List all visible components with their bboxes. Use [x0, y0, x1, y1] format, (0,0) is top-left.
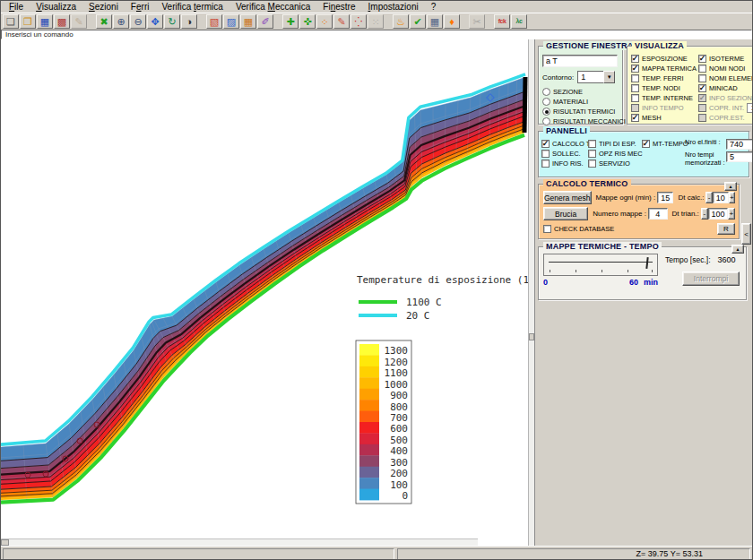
check-database-checkbox[interactable]: [543, 225, 551, 233]
burn-funnel-icon[interactable]: ♨: [393, 14, 409, 29]
section-exposure-icon[interactable]: ▧: [206, 14, 222, 29]
contorno-dropdown[interactable]: 1 ▼: [577, 71, 615, 83]
window-name-input[interactable]: [542, 55, 618, 67]
add-mesh-icon[interactable]: ✜: [299, 14, 316, 29]
checkbox-box[interactable]: [698, 84, 706, 92]
checkbox-mt-tempo[interactable]: MT-TEMPO: [642, 139, 685, 149]
checkbox-temp-ferri[interactable]: TEMP. FERRI: [631, 73, 697, 83]
draw-pen-icon[interactable]: ✐: [257, 14, 273, 29]
dt-trian-plus-icon[interactable]: +: [728, 208, 735, 220]
thermal-map[interactable]: Temperature di esposizione (120'):1100 C…: [1, 39, 528, 546]
checkbox-tipi-di-esp[interactable]: TIPI DI ESP.: [588, 139, 642, 149]
save-special-icon[interactable]: ▩: [54, 14, 70, 29]
checkbox-box[interactable]: [541, 150, 550, 158]
section-thermal-icon[interactable]: ▨: [223, 14, 239, 29]
field-copr-int[interactable]: 3: [747, 103, 753, 113]
menu-help[interactable]: ?: [425, 2, 443, 12]
checkbox-temp-interne[interactable]: TEMP. INTERNE: [631, 93, 697, 103]
collapse-icon[interactable]: ▲: [731, 245, 744, 254]
zoom-out-icon[interactable]: ⊖: [130, 14, 146, 29]
refresh-icon[interactable]: ↻: [164, 14, 180, 29]
erase-icon[interactable]: ✖: [96, 14, 112, 29]
dt-trian-value[interactable]: 100: [708, 208, 728, 220]
checkbox-mesh[interactable]: MESH: [631, 113, 697, 123]
dt-calc-value[interactable]: 10: [713, 192, 729, 203]
radio-risultati-termici[interactable]: RISULTATI TERMICI: [542, 107, 619, 116]
checkbox-box[interactable]: [698, 55, 706, 63]
checkbox-nomi-elementi[interactable]: NOMI ELEMENTI: [698, 73, 753, 83]
checkbox-box[interactable]: [541, 140, 550, 148]
menu-impostazioni[interactable]: Impostazioni: [362, 2, 425, 12]
checkbox-sollec[interactable]: SOLLEC.: [541, 149, 588, 159]
panel-slide-button[interactable]: <: [741, 223, 751, 245]
checkbox-calcolo-t[interactable]: CALCOLO T.: [541, 139, 588, 149]
dt-calc-plus-icon[interactable]: +: [729, 192, 735, 203]
delete-points-icon[interactable]: ⁛: [351, 14, 367, 29]
radio-circle[interactable]: [542, 117, 550, 125]
chevron-down-icon[interactable]: ▼: [603, 71, 615, 83]
checkbox-box[interactable]: [631, 114, 639, 122]
brucia-button[interactable]: Brucia: [543, 207, 588, 220]
menu-file[interactable]: File: [3, 2, 30, 12]
checkbox-isoterme[interactable]: ISOTERME: [698, 54, 753, 64]
dt-calc-minus-icon[interactable]: -: [705, 192, 712, 203]
checkbox-servizio[interactable]: SERVIZIO: [588, 159, 642, 168]
time-slider[interactable]: [543, 254, 658, 276]
mesh-points-icon[interactable]: ⁘: [316, 14, 333, 29]
radio-materiali[interactable]: MATERIALI: [542, 97, 619, 107]
menu-verifica-termica[interactable]: Verifica termica: [155, 2, 229, 12]
checkbox-box[interactable]: [541, 159, 550, 168]
checkbox-box[interactable]: [698, 74, 706, 82]
menu-finestre[interactable]: Finestre: [316, 2, 361, 12]
checkbox-box[interactable]: [698, 65, 706, 73]
checkbox-box[interactable]: [631, 65, 639, 73]
radio-sezione[interactable]: SEZIONE: [542, 87, 619, 97]
checkbox-esposizione[interactable]: ESPOSIZIONE: [631, 54, 697, 64]
checkbox-mappa-termica[interactable]: MAPPA TERMICA: [631, 64, 697, 73]
checkbox-box[interactable]: [631, 74, 639, 82]
r-button[interactable]: R: [717, 223, 735, 235]
add-node-icon[interactable]: ✚: [282, 14, 299, 29]
command-input[interactable]: Inserisci un comando: [1, 30, 752, 39]
checkbox-box[interactable]: [631, 55, 639, 63]
horizontal-scrollbar[interactable]: [1, 538, 478, 546]
checkbox-box[interactable]: [588, 140, 596, 148]
radio-circle[interactable]: [542, 108, 550, 116]
lambda-rho-icon[interactable]: λc: [511, 14, 527, 29]
checkbox-box[interactable]: [631, 94, 639, 102]
checkbox-nomi-nodi[interactable]: NOMI NODI: [698, 64, 753, 73]
mappe-ogni-value[interactable]: 15: [657, 192, 673, 203]
open-icon[interactable]: ❐: [20, 14, 36, 29]
checkbox-box[interactable]: [588, 150, 596, 158]
vertical-scrollbar[interactable]: [528, 39, 534, 546]
checkbox-minicad[interactable]: MINICAD: [698, 83, 753, 93]
checkbox-box[interactable]: [631, 84, 639, 92]
drawing-canvas[interactable]: Temperature di esposizione (120'):1100 C…: [1, 39, 528, 546]
dt-trian-minus-icon[interactable]: -: [701, 208, 708, 220]
radio-circle[interactable]: [542, 88, 550, 96]
zoom-in-icon[interactable]: ⊕: [113, 14, 129, 29]
radio-circle[interactable]: [542, 98, 550, 106]
edit-points-icon[interactable]: ✎: [333, 14, 350, 29]
collapse-icon[interactable]: ▲: [724, 182, 737, 191]
flame-drop-icon[interactable]: ♦: [444, 14, 460, 29]
save-icon[interactable]: ▦: [37, 14, 53, 29]
shade-icon[interactable]: ◑: [181, 14, 197, 29]
h-scroll-thumb[interactable]: [1, 539, 9, 546]
new-icon[interactable]: ❏: [3, 14, 19, 29]
menu-sezioni[interactable]: Sezioni: [82, 2, 125, 12]
checkbox-temp-nodi[interactable]: TEMP. NODI: [631, 83, 697, 93]
section-map-icon[interactable]: ▦: [240, 14, 256, 29]
pan-icon[interactable]: ✥: [147, 14, 163, 29]
menu-ferri[interactable]: Ferri: [125, 2, 156, 12]
fck-fyk-icon[interactable]: fck: [494, 14, 510, 29]
checkbox-box[interactable]: [642, 140, 650, 148]
checkbox-opz-ris-mec[interactable]: OPZ RIS MEC: [588, 149, 642, 159]
checkbox-box[interactable]: [588, 159, 596, 168]
numero-mappe-value[interactable]: 4: [648, 208, 668, 220]
slider-thumb[interactable]: [645, 257, 648, 269]
radio-risultati-meccanici[interactable]: RISULTATI MECCANICI: [542, 116, 619, 126]
verify-check-icon[interactable]: ✔: [410, 14, 426, 29]
genera-mesh-button[interactable]: Genera mesh: [543, 191, 592, 204]
menu-verifica-meccanica[interactable]: Verifica Meccanica: [229, 2, 316, 12]
